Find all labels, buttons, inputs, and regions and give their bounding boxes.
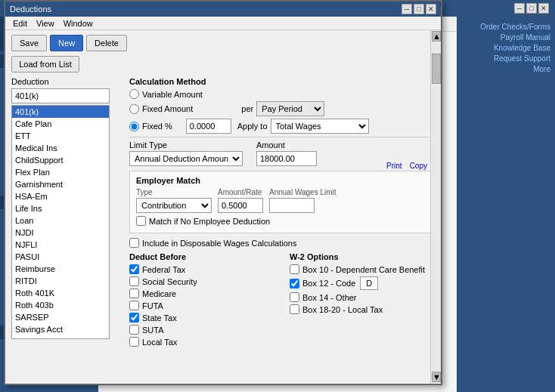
match-if-no-employee-checkbox[interactable] <box>136 216 146 226</box>
dialog-menu-edit[interactable]: Edit <box>8 17 32 29</box>
list-item-njfli[interactable]: NJFLI <box>12 239 109 251</box>
print-link[interactable]: Print <box>386 162 402 170</box>
radio-fixed-pct-input[interactable] <box>129 122 139 131</box>
dialog-title-bar: Deductions ─ □ ✕ <box>5 2 441 17</box>
employer-match-fields: Type Contribution Percentage Fixed Amoun… <box>136 188 428 213</box>
state-tax-label: State Tax <box>142 313 177 323</box>
em-amount-label: Amount/Rate <box>218 188 263 196</box>
w2-box14-checkbox[interactable] <box>290 292 299 302</box>
local-tax-checkbox[interactable] <box>129 337 139 347</box>
medicare-checkbox[interactable] <box>129 289 139 298</box>
list-item-ett[interactable]: ETT <box>12 130 109 142</box>
list-item-ritdi[interactable]: RITDI <box>12 275 109 287</box>
calc-method-title: Calculation Method <box>129 77 435 86</box>
local-tax-label: Local Tax <box>142 338 177 347</box>
em-amount-col: Amount/Rate <box>218 188 263 213</box>
include-disposable-label: Include in Disposable Wages Calculations <box>142 239 296 248</box>
futa-checkbox[interactable] <box>129 301 139 310</box>
state-tax-checkbox[interactable] <box>129 313 139 323</box>
minimize-button[interactable]: ─ <box>514 3 525 14</box>
federal-tax-checkbox[interactable] <box>129 264 139 274</box>
apply-to-select[interactable]: Total Wages Gross Wages Net Wages <box>271 119 369 134</box>
deduct-before-futa: FUTA <box>129 301 274 310</box>
w2-box10-label: Box 10 - Dependent Care Benefit <box>302 265 425 274</box>
bottom-section: Deduct Before Federal Tax Social Securit… <box>129 252 435 349</box>
em-type-select[interactable]: Contribution Percentage Fixed <box>136 198 212 213</box>
scroll-up-button[interactable]: ▲ <box>432 31 441 42</box>
w2-box18-20-label: Box 18-20 - Local Tax <box>302 305 383 314</box>
dialog-menu-view[interactable]: View <box>32 17 59 29</box>
list-item-njdi[interactable]: NJDI <box>12 227 109 239</box>
deduct-before-ss: Social Security <box>129 276 274 286</box>
delete-button[interactable]: Delete <box>86 35 127 51</box>
limit-type-select[interactable]: Annual Deduction Amount Monthly Deductio… <box>129 151 243 166</box>
radio-fixed-amount-row: Fixed Amount per Pay Period Monthly Annu… <box>129 101 435 116</box>
scroll-down-button[interactable]: ▼ <box>432 372 441 382</box>
deduction-column: Deduction 401(k) Cafe Plan ETT Medical I… <box>11 77 123 349</box>
dialog-body: Save New Delete Load from List Deduction… <box>5 30 441 353</box>
link-knowledge-base[interactable]: Knowledge Base <box>461 44 550 52</box>
link-order-checks[interactable]: Order Checks/Forms <box>461 23 550 31</box>
copy-link[interactable]: Copy <box>410 162 427 170</box>
list-item-sarsep[interactable]: SARSEP <box>12 311 109 323</box>
two-column-layout: Deduction 401(k) Cafe Plan ETT Medical I… <box>11 77 435 349</box>
list-item-roth-401k[interactable]: Roth 401K <box>12 287 109 299</box>
list-item-garnishment[interactable]: Garnishment <box>12 178 109 190</box>
em-annual-wages-input[interactable] <box>269 198 315 213</box>
list-item-flex-plan[interactable]: Flex Plan <box>12 166 109 178</box>
em-amount-input[interactable] <box>218 198 263 213</box>
deduction-name-input[interactable] <box>11 88 110 103</box>
list-item-roth-403b[interactable]: Roth 403b <box>12 299 109 311</box>
list-item-savings-acct[interactable]: Savings Acct <box>12 323 109 335</box>
list-item-child-support[interactable]: ChildSupport <box>12 154 109 166</box>
save-button[interactable]: Save <box>11 35 47 51</box>
dialog-close[interactable]: ✕ <box>426 4 436 14</box>
load-from-list-button[interactable]: Load from List <box>11 56 79 73</box>
fixed-pct-input[interactable] <box>186 119 231 134</box>
list-item-cafe-plan[interactable]: Cafe Plan <box>12 118 109 130</box>
deduct-before-local: Local Tax <box>129 337 274 347</box>
suta-checkbox[interactable] <box>129 325 139 335</box>
social-security-label: Social Security <box>142 277 197 286</box>
calculation-method-section: Calculation Method Variable Amount Fixed… <box>129 77 435 134</box>
deduction-list[interactable]: 401(k) Cafe Plan ETT Medical Ins ChildSu… <box>11 105 110 339</box>
list-item-hsa-em[interactable]: HSA-Em <box>12 190 109 202</box>
deduct-before-federal: Federal Tax <box>129 264 274 274</box>
list-item-pasui[interactable]: PASUI <box>12 251 109 263</box>
list-item-medical-ins[interactable]: Medical Ins <box>12 142 109 154</box>
list-item-401k[interactable]: 401(k) <box>12 106 109 118</box>
dialog-scrollbar[interactable]: ▲ ▼ <box>430 30 441 384</box>
deduction-label: Deduction <box>11 77 123 86</box>
list-item-loan[interactable]: Loan <box>12 215 109 227</box>
dialog-menu-window[interactable]: Window <box>59 17 98 29</box>
per-period-select[interactable]: Pay Period Monthly Annual <box>256 101 324 116</box>
futa-label: FUTA <box>142 301 163 310</box>
radio-fixed-amount-input[interactable] <box>129 104 139 114</box>
new-button[interactable]: New <box>50 35 83 51</box>
print-copy-area: Print Copy <box>386 162 427 170</box>
w2-box14-label: Box 14 - Other <box>302 293 357 302</box>
list-item-reimburse[interactable]: Reimburse <box>12 263 109 275</box>
radio-variable-label: Variable Amount <box>142 90 203 99</box>
list-item-simple-ira[interactable]: SIMPLE IRA <box>12 335 109 339</box>
dialog-minimize[interactable]: ─ <box>402 4 412 14</box>
amount-input[interactable] <box>256 151 317 166</box>
scroll-thumb[interactable] <box>432 54 441 84</box>
list-item-life-ins[interactable]: Life Ins <box>12 202 109 215</box>
w2-box10-checkbox[interactable] <box>290 264 299 274</box>
social-security-checkbox[interactable] <box>129 276 139 286</box>
radio-variable-input[interactable] <box>129 89 139 99</box>
link-payroll-manual[interactable]: Payroll Manual <box>461 33 550 42</box>
close-button[interactable]: ✕ <box>538 3 549 14</box>
radio-fixed-amount-label: Fixed Amount <box>142 104 193 113</box>
medicare-label: Medicare <box>142 289 176 298</box>
maximize-button[interactable]: □ <box>526 3 537 14</box>
link-more[interactable]: More <box>461 65 550 73</box>
w2-box12-code-input[interactable] <box>360 276 378 290</box>
include-disposable-checkbox[interactable] <box>129 238 139 248</box>
dialog-maximize[interactable]: □ <box>414 4 424 14</box>
w2-box12-checkbox[interactable] <box>290 279 299 289</box>
per-label: per <box>241 104 253 113</box>
w2-box18-20-checkbox[interactable] <box>290 304 299 314</box>
link-request-support[interactable]: Request Support <box>461 54 550 63</box>
